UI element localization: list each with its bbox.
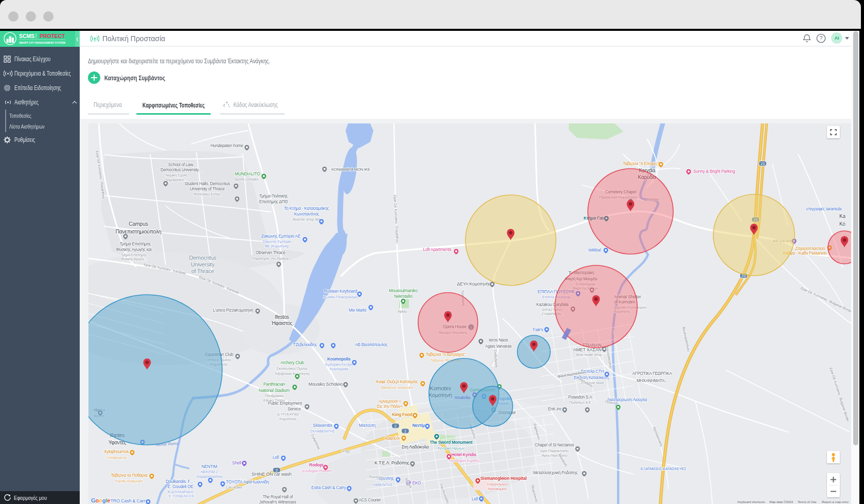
- svg-text:Πανεπιστημιούπολη: Πανεπιστημιούπολη: [115, 228, 161, 235]
- svg-text:Σκοπευτικός Όμιλος: Σκοπευτικός Όμιλος: [277, 366, 309, 371]
- svg-text:Εμπορικό Κέντρο: Εμπορικό Κέντρο: [325, 362, 352, 367]
- svg-text:Lidl: Lidl: [472, 496, 478, 501]
- svg-text:Kosmopolis: Kosmopolis: [330, 367, 348, 371]
- svg-text:ΤΖεβελεκίδης: ΤΖεβελεκίδης: [293, 342, 317, 347]
- svg-text:Τμήμα Επιστήμης: Τμήμα Επιστήμης: [120, 242, 151, 246]
- svg-text:Keyboard shortcuts: Keyboard shortcuts: [737, 500, 765, 503]
- svg-text:Lidl: Lidl: [273, 455, 279, 460]
- svg-text:Archery Club: Archery Club: [280, 360, 304, 365]
- svg-text:ΑΓΡΟΤΙΚΑ ΓΕΩΡΓΙΚΑ: ΑΓΡΟΤΙΚΑ ΓΕΩΡΓΙΚΑ: [633, 371, 673, 376]
- svg-text:Παρατηρής της Θράκης: Παρατηρής της Θράκης: [252, 256, 290, 261]
- svg-text:ΑΕ (Κομοτηνή): ΑΕ (Κομοτηνή): [265, 244, 289, 248]
- svg-text:Καφέ Ουζερί Κατσαρός: Καφέ Ουζερί Κατσαρός: [376, 379, 418, 384]
- svg-text:University: University: [191, 261, 215, 267]
- svg-text:23: 23: [761, 162, 765, 166]
- svg-text:Barbecue restaurant: Barbecue restaurant: [381, 385, 413, 390]
- svg-text:Nekrotafio: Nekrotafio: [394, 294, 412, 299]
- svg-text:Κωνσταντίνος: Κωνσταντίνος: [294, 211, 319, 217]
- svg-text:SCMS: SCMS: [19, 33, 34, 39]
- svg-text:Κεντρικό Ηρώων: Κεντρικό Ηρώων: [438, 446, 464, 451]
- svg-text:NENTIM 2: NENTIM 2: [201, 470, 218, 474]
- svg-text:Auto repair shop: Auto repair shop: [576, 352, 602, 357]
- svg-text:Jehovah's Witnesses: Jehovah's Witnesses: [259, 500, 296, 504]
- svg-text:Family restaurant: Family restaurant: [116, 479, 143, 483]
- svg-text:Ζακώνης Εμπόριο ΑΕ: Ζακώνης Εμπόριο ΑΕ: [261, 233, 301, 239]
- svg-text:Δημοκρίτειο...: Δημοκρίτειο...: [165, 177, 187, 182]
- svg-text:Russian Keyboard: Russian Keyboard: [324, 289, 357, 294]
- svg-text:Democritus: Democritus: [189, 255, 217, 261]
- svg-text:Xylophournos: Xylophournos: [104, 449, 129, 454]
- svg-text:Νομική Σχολή,: Νομική Σχολή,: [166, 173, 188, 177]
- svg-text:Φοιτητικές Εστίες: Φοιτητικές Εστίες: [194, 192, 221, 196]
- svg-text:2: 2: [404, 429, 406, 433]
- svg-text:EnK.Inc: EnK.Inc: [548, 407, 562, 411]
- svg-text:Νοσοκομείο: Νοσοκομείο: [488, 487, 507, 491]
- svg-text:PROTECT: PROTECT: [40, 33, 65, 39]
- svg-text:Democritus University...: Democritus University...: [160, 168, 202, 172]
- svg-text:Sismanogleion Hospital: Sismanogleion Hospital: [480, 476, 526, 481]
- svg-text:Σισμανόγλειο: Σισμανόγλειο: [487, 482, 508, 487]
- svg-text:of Thrace: of Thrace: [191, 268, 214, 274]
- svg-text:Ξυλόφουρνος: Ξυλόφουρνος: [105, 455, 128, 460]
- svg-text:Μεταλλοτεχνική Ροδόπης: Μεταλλοτεχνική Ροδόπης: [533, 471, 578, 475]
- svg-text:Κ.Τ.Ε.Λ. Ροδόπης: Κ.Τ.Ε.Λ. Ροδόπης: [374, 460, 409, 465]
- svg-text:L'unico PizzaΚομοτηνή: L'unico PizzaΚομοτηνή: [213, 308, 254, 313]
- svg-text:Terms of Use: Terms of Use: [798, 500, 817, 503]
- svg-text:Δ.ΥΠ.Α ΚΠΑ2: Δ.ΥΠ.Α ΚΠΑ2: [277, 412, 299, 417]
- svg-text:KONIAMATA MON IKE: KONIAMATA MON IKE: [331, 167, 370, 172]
- svg-text:NENTIM: NENTIM: [202, 464, 218, 469]
- svg-text:National Stadium: National Stadium: [259, 388, 290, 393]
- svg-text:Φ ΔΟΥΛΚΑΡΙΔΗΣ: Φ ΔΟΥΛΚΑΡΙΔΗΣ: [168, 490, 194, 494]
- svg-text:Φυσικής Αγυγής...: Φυσικής Αγυγής...: [121, 257, 147, 261]
- svg-text:Kosmopolis: Kosmopolis: [327, 356, 351, 362]
- svg-text:Chapel of St Nectarios: Chapel of St Nectarios: [535, 443, 574, 447]
- svg-text:Ιησού: Ιησού: [398, 310, 407, 314]
- svg-text:Ieros Naos: Ieros Naos: [489, 338, 508, 343]
- svg-text:Car dealer: Car dealer: [226, 485, 243, 490]
- svg-text:Faik's: Faik's: [533, 327, 543, 332]
- svg-text:Campus: Campus: [129, 221, 148, 227]
- svg-text:ΕΞΑΤΜΙΣΕΙΣ-ΚΑΤΑΣΚΕΥΕΣ: ΕΞΑΤΜΙΣΕΙΣ-ΚΑΤΑΣΚΕΥΕΣ: [641, 466, 687, 471]
- svg-text:2: 2: [394, 424, 397, 428]
- svg-text:ACS Courier: ACS Courier: [358, 498, 381, 502]
- svg-text:Κομοτηνής: Κομοτηνής: [279, 417, 297, 421]
- svg-text:Τοξοβολίας Κομοτηνής: Τοξοβολίας Κομοτηνής: [274, 371, 310, 376]
- svg-text:|: |: [35, 32, 37, 39]
- svg-text:Ifestos: Ifestos: [275, 314, 289, 320]
- svg-text:Service: Service: [287, 407, 301, 411]
- svg-text:Hotel Kyridis: Hotel Kyridis: [452, 452, 477, 457]
- svg-text:SHINE ON car wash: SHINE ON car wash: [251, 472, 292, 477]
- svg-text:επιγραφές tarantula: επιγραφές tarantula: [806, 206, 842, 211]
- svg-text:Ξενοδοχείο Κυριδης: Ξενοδοχείο Κυριδης: [448, 458, 480, 463]
- svg-text:Poseidon S.A: Poseidon S.A: [568, 395, 592, 400]
- svg-text:e: e: [107, 497, 110, 503]
- svg-text:Κό: Κό: [839, 221, 845, 227]
- svg-text:University of Thrace: University of Thrace: [190, 187, 225, 191]
- svg-text:SMART CITY MANAGEMENT SYSTEM: SMART CITY MANAGEMENT SYSTEM: [19, 42, 65, 44]
- svg-text:ΛΑΒΕΝΙΤΗΣ: ΛΑΒΕΝΙΤΗΣ: [372, 482, 393, 487]
- svg-text:Extra Cash & Carry: Extra Cash & Carry: [311, 485, 347, 490]
- svg-text:Μασούτη: Μασούτη: [359, 423, 376, 428]
- svg-text:Student Halls, Democritus: Student Halls, Democritus: [185, 182, 230, 186]
- svg-text:Panthracian: Panthracian: [263, 382, 285, 387]
- svg-text:Sports complex: Sports complex: [234, 177, 259, 182]
- svg-text:Ρωσικό Πληκτρολόγιο: Ρωσικό Πληκτρολόγιο: [323, 295, 358, 299]
- svg-text:The Royal Hall of: The Royal Hall of: [263, 495, 294, 499]
- svg-text:?: ?: [820, 35, 823, 41]
- svg-text:Ζακώνης Εμπόριο: Ζακώνης Εμπόριο: [262, 239, 291, 244]
- svg-text:King Food: King Food: [392, 412, 412, 417]
- svg-text:Εις την Πόλιν»: Εις την Πόλιν»: [377, 404, 403, 409]
- svg-text:Report a map error: Report a map error: [822, 500, 849, 503]
- svg-text:Sunny & Bright Parking: Sunny & Bright Parking: [693, 169, 735, 174]
- svg-text:ΜΗΧΑΝΗΜΑΤΑ...: ΜΗΧΑΝΗΜΑΤΑ...: [637, 379, 668, 383]
- svg-text:Πανθρακικό: Πανθρακικό: [265, 393, 284, 398]
- svg-text:Mousoulmaniko: Mousoulmaniko: [389, 288, 418, 293]
- svg-text:Φυσικής Αγωγής και...: Φυσικής Αγωγής και...: [116, 247, 154, 252]
- svg-text:Map data ©2023: Map data ©2023: [769, 500, 793, 503]
- svg-text:Observer Thrace: Observer Thrace: [256, 250, 285, 255]
- svg-text:Στη Λαδόκολα: Στη Λαδόκολα: [402, 444, 429, 449]
- svg-text:MUNDIALITO: MUNDIALITO: [235, 171, 261, 176]
- svg-text:Shell: Shell: [232, 460, 241, 465]
- svg-text:Αρνεμούσι «: Αρνεμούσι «: [379, 399, 401, 404]
- svg-text:Ka: Ka: [839, 213, 845, 219]
